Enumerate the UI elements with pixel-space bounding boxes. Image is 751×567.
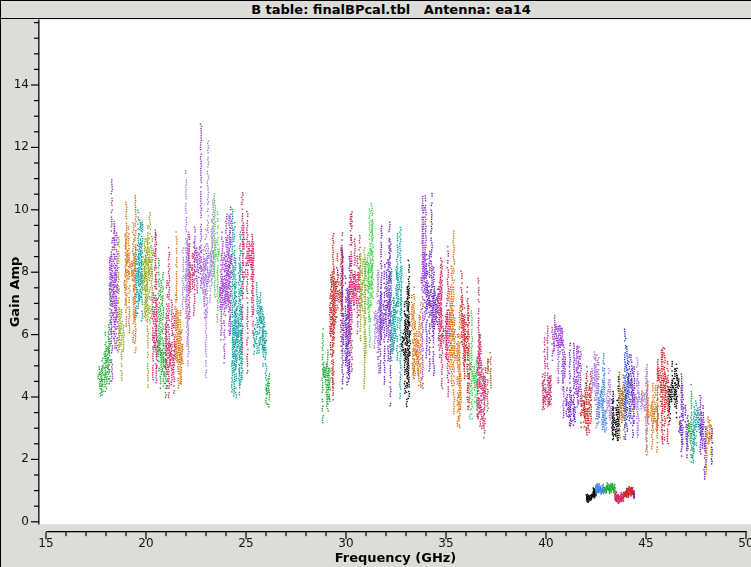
x-tick-label: 35 bbox=[431, 537, 461, 550]
y-tick-label: 0 bbox=[3, 514, 29, 528]
y-tick-label: 12 bbox=[3, 139, 29, 153]
y-tick-label: 10 bbox=[3, 202, 29, 216]
plot-title: B table: finalBPcal.tbl Antenna: ea14 bbox=[31, 2, 751, 17]
y-tick-label: 2 bbox=[3, 451, 29, 465]
x-axis-label: Frequency (GHz) bbox=[39, 550, 751, 565]
y-tick-label: 14 bbox=[3, 77, 29, 91]
y-tick-label: 6 bbox=[3, 327, 29, 341]
x-tick-label: 45 bbox=[631, 537, 661, 550]
x-tick-label: 30 bbox=[331, 537, 361, 550]
x-tick-label: 40 bbox=[531, 537, 561, 550]
y-tick-label: 4 bbox=[3, 389, 29, 403]
y-tick-label: 8 bbox=[3, 264, 29, 278]
plot-canvas[interactable] bbox=[1, 1, 751, 567]
x-tick-label: 25 bbox=[231, 537, 261, 550]
x-tick-label: 20 bbox=[131, 537, 161, 550]
app-window: B table: finalBPcal.tbl Antenna: ea14 Ga… bbox=[0, 0, 751, 567]
x-tick-label: 15 bbox=[31, 537, 61, 550]
x-tick-label: 50 bbox=[731, 537, 751, 550]
